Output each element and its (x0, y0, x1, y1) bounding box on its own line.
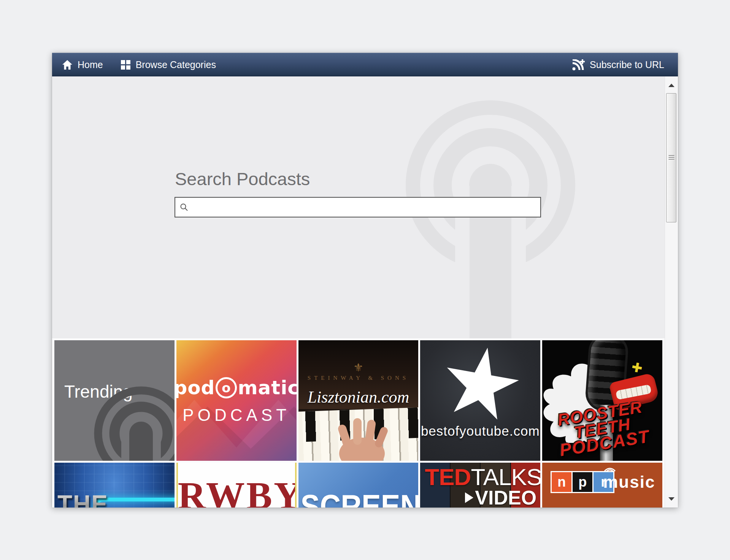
nav-subscribe-label: Subscribe to URL (590, 59, 664, 70)
video-label: VIDEO (475, 486, 536, 508)
rss-plus-icon (572, 59, 585, 71)
search-title: Search Podcasts (175, 168, 310, 189)
scrollbar-up-button[interactable] (666, 79, 677, 91)
podcast-watermark-icon (84, 376, 175, 461)
tile-lisztonian[interactable]: ⚜ STEINWAY & SONS Lisztonian.com (298, 340, 419, 461)
content-area: Search Podcasts Trending (52, 76, 678, 508)
tile-the-instance[interactable]: THE (54, 463, 175, 508)
tile-ted-talks-video[interactable]: TEDTALKS VIDEO (420, 463, 540, 508)
steinway-brand: STEINWAY & SONS (308, 375, 409, 381)
tile-rooster-teeth[interactable]: ✚ ROOSTER TEETH PODCAST (542, 340, 662, 461)
scroll-content: Search Podcasts Trending (52, 76, 665, 508)
search-icon (180, 203, 188, 211)
play-icon (465, 492, 473, 503)
tile-trending[interactable]: Trending (54, 340, 175, 461)
search-input[interactable] (192, 197, 540, 217)
npr-logo-p: p (573, 472, 592, 492)
ted-video-wordmark: VIDEO (465, 486, 536, 508)
windup-key: ✚ (630, 359, 644, 376)
search-section: Search Podcasts (52, 76, 665, 338)
podomatic-subtitle: PODCAST (182, 406, 290, 425)
lisztonian-header: ⚜ STEINWAY & SONS Lisztonian.com (298, 340, 419, 409)
podcast-tile-grid: Trending pod o matic (52, 338, 665, 508)
podomatic-logo-pre: pod (176, 377, 215, 399)
rwby-label: RWBY (178, 473, 295, 508)
grid-icon (121, 60, 131, 70)
scrollbar-thumb[interactable] (666, 93, 676, 222)
arrow-up-icon (668, 84, 674, 87)
screen-label: SCREEN (301, 488, 419, 508)
star-icon (437, 341, 525, 429)
bestofyoutube-label: bestofyoutube.com (420, 424, 540, 439)
podcast-app-window: Home Browse Categories Subscribe to URL (52, 53, 678, 508)
top-navbar: Home Browse Categories Subscribe to URL (52, 53, 678, 76)
tile-rwby[interactable]: RWBY (176, 463, 297, 508)
tile-bestofyoutube[interactable]: bestofyoutube.com (420, 340, 540, 461)
podomatic-logo-post: matic (238, 377, 296, 399)
scrollbar-grip-icon (668, 155, 674, 160)
search-box (175, 197, 541, 217)
podomatic-logo: pod o matic (176, 377, 297, 399)
lisztonian-label: Lisztonian.com (308, 387, 409, 407)
nav-browse-label: Browse Categories (136, 59, 216, 70)
tile-npr-music[interactable]: n p r music (542, 463, 662, 508)
tile-podomatic[interactable]: pod o matic PODCAST (176, 340, 297, 461)
scrollbar-down-button[interactable] (666, 493, 677, 504)
nav-browse-categories[interactable]: Browse Categories (121, 59, 216, 70)
ted-label: TED (425, 463, 471, 490)
vertical-scrollbar[interactable] (665, 76, 678, 508)
lyre-icon: ⚜ (353, 362, 363, 373)
nav-subscribe-url[interactable]: Subscribe to URL (572, 59, 664, 71)
npr-logo-n: n (552, 472, 571, 492)
tile-screen[interactable]: SCREEN (298, 463, 419, 508)
nav-home[interactable]: Home (62, 59, 103, 70)
arrow-down-icon (668, 497, 674, 501)
nav-home-label: Home (78, 59, 103, 70)
home-icon (62, 60, 73, 70)
the-instance-label: THE (57, 489, 108, 508)
npr-music-arcs-icon (602, 465, 617, 472)
podomatic-logo-o: o (216, 377, 237, 398)
pianist-hand (330, 414, 394, 461)
npr-music-label: music (603, 473, 655, 492)
